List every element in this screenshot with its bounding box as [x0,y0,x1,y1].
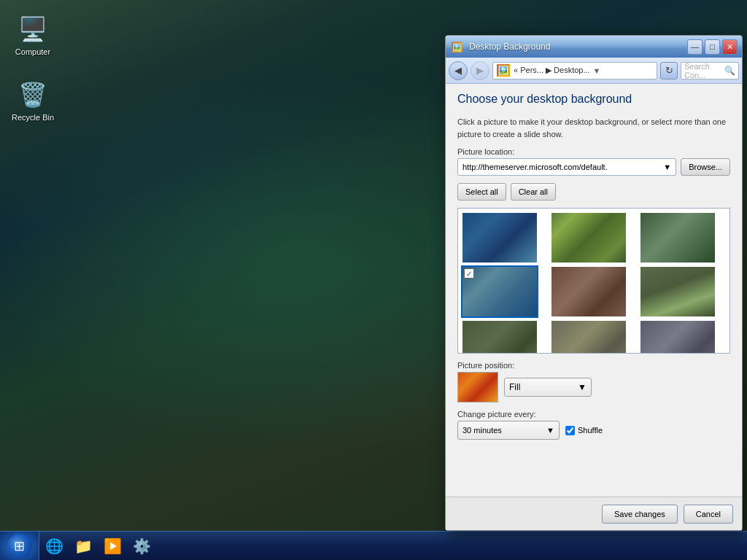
refresh-icon: ↻ [665,65,673,76]
recycle-bin-icon-label: Recycle Bin [12,112,54,122]
dialog-subtitle: Click a picture to make it your desktop … [457,116,730,140]
position-row: Fill ▼ [457,372,730,402]
save-changes-button[interactable]: Save changes [602,505,678,524]
change-picture-row: 30 minutes ▼ Shuffle [457,421,730,440]
picture-location-row: http://themeserver.microsoft.com/default… [457,158,730,176]
computer-icon-label: Computer [15,47,50,57]
search-placeholder-text: Search Con... [684,62,723,79]
settings-icon: ⚙️ [133,537,151,555]
thumbnail-4-selected[interactable]: ✓ [461,265,538,318]
desktop-icon-computer[interactable]: 🖥️ Computer [7,15,58,57]
dialog-title-text: Desktop Background [469,42,550,52]
thumbnail-1-preview [462,213,537,262]
thumbnail-3-preview [640,213,715,262]
minimize-button[interactable]: — [687,39,703,55]
picture-location-dropdown[interactable]: http://themeserver.microsoft.com/default… [457,158,676,176]
taskbar: ⊞ 🌐 📁 ▶️ ⚙️ [0,531,747,560]
start-button[interactable]: ⊞ [0,532,39,561]
taskbar-media-icon[interactable]: ▶️ [98,532,127,561]
thumbnail-8[interactable] [550,319,627,354]
interval-dropdown[interactable]: 30 minutes ▼ [457,421,560,440]
media-icon: ▶️ [104,537,122,555]
thumbnail-4-checkbox: ✓ [464,268,474,279]
thumbnail-1[interactable] [461,211,538,264]
thumbnail-2[interactable] [550,211,627,264]
forward-button[interactable]: ▶ [471,61,489,80]
title-bar-controls: — □ ✕ [687,39,738,55]
back-icon: ◀ [454,65,462,76]
thumbnail-grid-container[interactable]: ✓ [457,208,730,354]
shuffle-row: Shuffle [565,426,603,435]
computer-icon: 🖥️ [18,15,47,44]
cancel-button[interactable]: Cancel [684,505,733,524]
picture-position-label: Picture position: [457,361,730,370]
position-preview-thumbnail [457,372,498,402]
title-bar: 🖼️ Desktop Background — □ ✕ [446,36,742,58]
back-button[interactable]: ◀ [449,61,468,80]
picture-position-section: Picture position: Fill ▼ [457,361,730,402]
thumbnail-7[interactable] [461,319,538,354]
dialog-heading: Choose your desktop background [457,93,730,106]
refresh-button[interactable]: ↻ [660,62,678,79]
dialog-content: Choose your desktop background Click a p… [446,84,742,497]
breadcrumb-folder-icon: 🖼️ [496,63,511,77]
clear-all-button[interactable]: Clear all [511,183,556,201]
desktop: 🖥️ Computer 🗑️ Recycle Bin 🖼️ Desktop Ba… [0,0,747,560]
browse-button[interactable]: Browse... [681,158,730,176]
taskbar-folder-icon[interactable]: 📁 [69,532,98,561]
thumbnail-6[interactable] [639,265,716,318]
position-dropdown[interactable]: Fill ▼ [504,378,592,397]
breadcrumb[interactable]: 🖼️ « Pers... ▶ Desktop... ▼ [492,62,657,79]
thumbnail-5-preview [551,267,626,316]
picture-location-label: Picture location: [457,147,730,156]
interval-dropdown-arrow: ▼ [546,426,554,435]
thumbnail-8-preview [551,321,626,354]
folder-icon: 📁 [74,537,93,555]
search-icon: 🔍 [724,66,735,76]
shuffle-checkbox[interactable] [565,426,575,435]
shuffle-label: Shuffle [578,426,603,435]
dialog-footer: Save changes Cancel [446,497,742,530]
thumbnail-grid: ✓ [458,209,729,354]
recycle-bin-icon: 🗑️ [18,80,47,109]
breadcrumb-dropdown-icon[interactable]: ▼ [593,66,601,75]
thumbnail-2-preview [551,213,626,262]
interval-value: 30 minutes [462,426,502,435]
thumbnail-5[interactable] [550,265,627,318]
taskbar-ie-icon[interactable]: 🌐 [39,532,69,561]
thumbnail-9-preview [640,321,715,354]
start-orb: ⊞ [7,534,32,559]
location-dropdown-arrow: ▼ [663,163,671,171]
position-value: Fill [509,382,520,392]
thumbnail-6-preview [640,267,715,316]
thumbnail-9[interactable] [639,319,716,354]
picture-location-section: Picture location: http://themeserver.mic… [457,147,730,176]
search-box[interactable]: Search Con... 🔍 [681,62,739,79]
thumbnail-7-preview [462,321,537,354]
desktop-background-dialog: 🖼️ Desktop Background — □ ✕ ◀ ▶ 🖼️ « Per… [445,35,743,531]
position-dropdown-arrow: ▼ [578,382,587,392]
change-picture-label: Change picture every: [457,410,730,419]
taskbar-settings-icon[interactable]: ⚙️ [127,532,156,561]
breadcrumb-text: « Pers... ▶ Desktop... [514,66,590,75]
selection-buttons-row: Select all Clear all [457,183,730,201]
maximize-button[interactable]: □ [705,39,720,55]
forward-icon: ▶ [476,65,484,76]
address-bar: ◀ ▶ 🖼️ « Pers... ▶ Desktop... ▼ ↻ Search… [446,58,742,84]
desktop-icon-recycle-bin[interactable]: 🗑️ Recycle Bin [7,80,58,122]
select-all-button[interactable]: Select all [457,183,506,201]
thumbnail-3[interactable] [639,211,716,264]
change-picture-section: Change picture every: 30 minutes ▼ Shuff… [457,410,730,440]
dialog-title-icon: 🖼️ [450,40,463,53]
close-button[interactable]: ✕ [722,39,738,55]
location-value: http://themeserver.microsoft.com/default… [462,163,608,171]
ie-icon: 🌐 [45,537,63,555]
